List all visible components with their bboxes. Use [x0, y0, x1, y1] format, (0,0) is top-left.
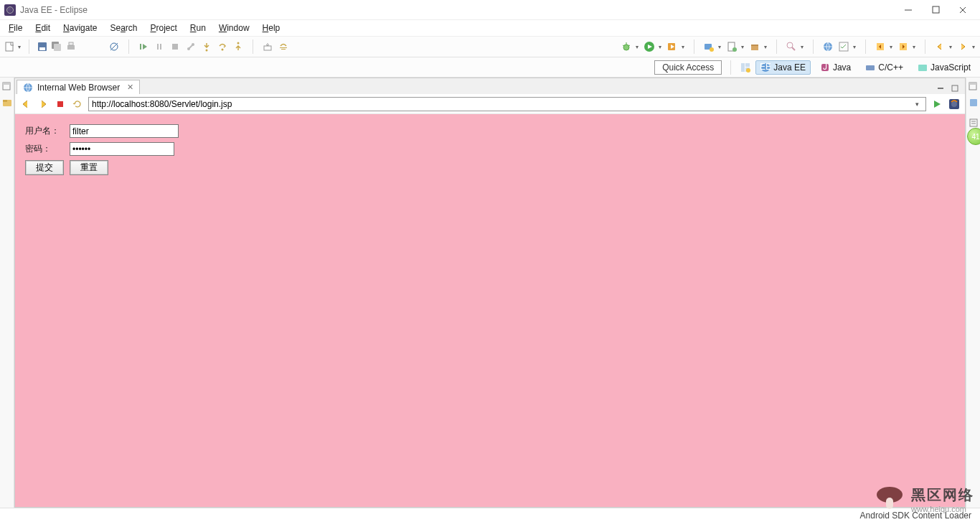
project-explorer-icon[interactable]: [2, 98, 12, 108]
perspective-javaee[interactable]: EE Java EE: [755, 60, 811, 75]
resume-icon[interactable]: [138, 41, 149, 52]
notification-badge[interactable]: 41: [967, 128, 980, 145]
terminate-icon[interactable]: [169, 41, 181, 52]
back-history-dropdown[interactable]: ▾: [948, 41, 953, 52]
forward-history-dropdown[interactable]: ▾: [971, 41, 976, 52]
svg-point-66: [951, 101, 957, 107]
tab-internal-browser[interactable]: Internal Web Browser ✕: [17, 80, 140, 94]
close-button[interactable]: [957, 4, 969, 16]
open-task-dropdown[interactable]: ▾: [852, 41, 857, 52]
svg-rect-54: [866, 65, 875, 70]
svg-rect-62: [952, 85, 958, 91]
task-list-icon[interactable]: [969, 118, 979, 128]
menu-window[interactable]: Window: [213, 22, 255, 34]
menu-file[interactable]: File: [3, 22, 28, 34]
restore-view-icon[interactable]: [969, 82, 979, 92]
quick-access-field[interactable]: Quick Access: [654, 60, 722, 75]
minimize-view-icon[interactable]: [936, 84, 946, 94]
restore-view-icon[interactable]: [2, 82, 12, 92]
svg-rect-8: [54, 44, 61, 51]
step-filters-icon[interactable]: [278, 41, 289, 52]
view-controls: [936, 84, 965, 94]
search-icon[interactable]: [786, 41, 797, 52]
svg-point-37: [732, 47, 737, 52]
new-jsp-dropdown[interactable]: ▾: [740, 41, 745, 52]
skip-breakpoints-icon[interactable]: [108, 41, 120, 52]
step-over-icon[interactable]: [217, 41, 228, 52]
new-server-icon[interactable]: [703, 41, 715, 52]
tab-close-icon[interactable]: ✕: [127, 83, 133, 92]
annotation-prev-dropdown[interactable]: ▾: [889, 41, 893, 52]
debug-dropdown[interactable]: ▾: [635, 41, 639, 52]
svg-rect-24: [280, 47, 287, 48]
separator: [925, 39, 925, 54]
maximize-button[interactable]: [930, 4, 941, 16]
svg-rect-46: [741, 63, 745, 72]
browser-stop-icon[interactable]: [54, 98, 67, 111]
new-icon[interactable]: [4, 41, 16, 52]
svg-point-22: [237, 42, 240, 45]
svg-text:J: J: [823, 62, 827, 72]
forward-history-icon[interactable]: [957, 41, 969, 52]
debug-group: [108, 39, 289, 54]
url-input[interactable]: [92, 99, 911, 109]
menu-project[interactable]: Project: [144, 22, 182, 34]
back-history-icon[interactable]: [934, 41, 946, 52]
outline-view-icon[interactable]: [969, 98, 979, 108]
status-bar: Android SDK Content Loader: [0, 508, 980, 522]
perspective-label: JavaScript: [930, 62, 971, 73]
perspective-js[interactable]: JavaScript: [913, 60, 976, 75]
browser-go-icon[interactable]: [930, 98, 943, 111]
url-bar[interactable]: ▾: [88, 97, 926, 111]
password-input[interactable]: [70, 142, 174, 156]
run-last-icon[interactable]: [666, 41, 678, 52]
perspective-cpp[interactable]: C/C++: [860, 60, 908, 75]
run-dropdown[interactable]: ▾: [658, 41, 662, 52]
annotation-prev-icon[interactable]: [875, 41, 886, 52]
save-all-icon[interactable]: [51, 41, 62, 52]
annotation-next-icon[interactable]: [897, 41, 909, 52]
open-perspective-icon[interactable]: [740, 62, 751, 73]
separator: [730, 60, 731, 75]
disconnect-icon[interactable]: [185, 41, 197, 52]
suspend-icon[interactable]: [154, 41, 165, 52]
window-controls: [903, 4, 976, 16]
browser-back-icon[interactable]: [19, 98, 32, 111]
username-input[interactable]: [70, 124, 179, 138]
svg-rect-63: [57, 101, 63, 107]
print-icon[interactable]: [65, 41, 77, 52]
perspective-label: Java: [833, 62, 851, 73]
browser-refresh-icon[interactable]: [71, 98, 84, 111]
menu-navigate[interactable]: Navigate: [57, 22, 103, 34]
run-last-dropdown[interactable]: ▾: [681, 41, 685, 52]
login-form: 用户名： 密码： 提交 重置: [24, 121, 184, 178]
drop-to-frame-icon[interactable]: [262, 41, 273, 52]
step-into-icon[interactable]: [201, 41, 212, 52]
debug-icon[interactable]: [621, 41, 632, 52]
new-jsp-icon[interactable]: [726, 41, 738, 52]
new-package-dropdown[interactable]: ▾: [763, 41, 768, 52]
web-browser-icon[interactable]: [822, 41, 834, 52]
maximize-view-icon[interactable]: [951, 84, 961, 94]
perspective-java[interactable]: J Java: [815, 60, 856, 75]
new-dropdown[interactable]: ▾: [17, 41, 22, 52]
save-icon[interactable]: [37, 41, 48, 52]
browser-forward-icon[interactable]: [37, 98, 50, 111]
reset-button[interactable]: 重置: [70, 160, 108, 175]
menu-edit[interactable]: Edit: [29, 22, 56, 34]
menu-search[interactable]: Search: [104, 22, 143, 34]
url-dropdown-icon[interactable]: ▾: [911, 101, 923, 108]
svg-marker-64: [934, 101, 941, 108]
annotation-next-dropdown[interactable]: ▾: [912, 41, 916, 52]
new-server-dropdown[interactable]: ▾: [717, 41, 722, 52]
submit-button[interactable]: 提交: [25, 160, 64, 175]
step-return-icon[interactable]: [232, 41, 244, 52]
menu-run[interactable]: Run: [184, 22, 212, 34]
minimize-button[interactable]: [903, 4, 914, 16]
open-task-icon[interactable]: [838, 41, 849, 52]
search-dropdown[interactable]: ▾: [800, 41, 804, 52]
browser-external-icon[interactable]: [948, 98, 961, 111]
new-package-icon[interactable]: [749, 41, 760, 52]
menu-help[interactable]: Help: [257, 22, 286, 34]
run-icon[interactable]: [644, 41, 655, 52]
